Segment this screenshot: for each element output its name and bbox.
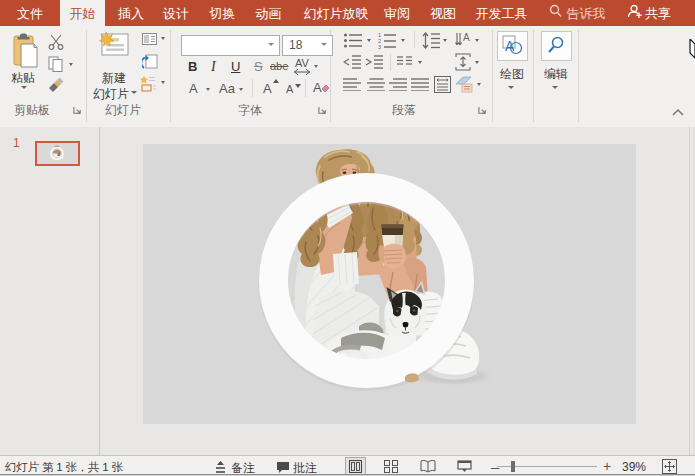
svg-text:A: A: [505, 38, 515, 54]
svg-text:3: 3: [378, 44, 381, 49]
svg-text:A: A: [313, 80, 322, 95]
svg-text:A: A: [463, 32, 470, 43]
